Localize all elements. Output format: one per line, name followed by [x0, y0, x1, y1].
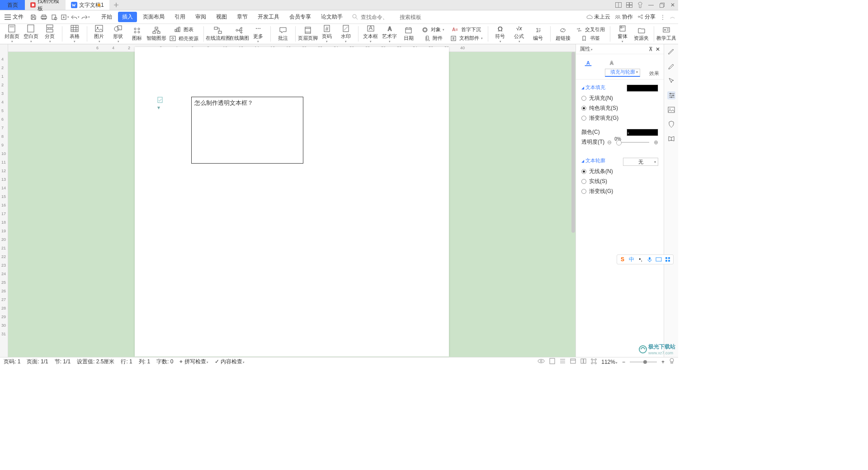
opacity-dec[interactable]: ⊖ — [607, 139, 612, 146]
fill-preview-swatch[interactable] — [627, 85, 658, 92]
ime-lang[interactable]: 中 — [628, 256, 635, 263]
attachment-button[interactable]: 附件 — [420, 34, 445, 42]
color-picker[interactable] — [627, 129, 658, 136]
property-panel-title[interactable]: 属性 — [580, 45, 593, 53]
smartart-button[interactable]: 智能图形 — [148, 26, 165, 42]
pin-icon[interactable]: ⊼ — [649, 46, 653, 52]
wordart-button[interactable]: A艺术字 — [382, 24, 398, 43]
print-preview-button[interactable] — [50, 13, 59, 22]
textbox-button[interactable]: A文本框 — [363, 24, 379, 43]
form-button[interactable]: 窗体 — [614, 24, 631, 43]
fill-solid-option[interactable]: 纯色填充(S) — [581, 104, 658, 112]
page-number-button[interactable]: #页码 — [319, 24, 335, 43]
table-button[interactable]: 表格 — [66, 24, 83, 43]
text-box[interactable]: 怎么制作透明文本框？ — [191, 97, 303, 164]
skin-icon[interactable] — [635, 0, 646, 10]
status-words[interactable]: 字数: 0 — [156, 358, 173, 366]
hyperlink-button[interactable]: 超链接 — [555, 26, 571, 42]
status-setval[interactable]: 设置值: 2.5厘米 — [77, 358, 114, 366]
dropcap-button[interactable]: A≡首字下沉 — [448, 26, 484, 34]
canvas[interactable]: 642246810121416182022242628303234363840 … — [8, 44, 576, 357]
maximize-button[interactable] — [656, 0, 667, 10]
command-search[interactable] — [352, 14, 436, 20]
ime-toolbar[interactable]: S 中 •, — [617, 254, 674, 264]
comment-button[interactable]: 批注 — [275, 26, 291, 42]
minimize-button[interactable]: — — [646, 0, 656, 10]
status-row[interactable]: 行: 1 — [121, 358, 132, 366]
mindmap-button[interactable]: 在线脑图 — [231, 26, 247, 42]
page-break-button[interactable]: 分页 — [42, 24, 58, 43]
outline-select[interactable]: 无 — [623, 158, 658, 166]
prop-tab-fill[interactable]: 填充与轮廓 — [605, 69, 640, 77]
status-page[interactable]: 页面: 1/1 — [27, 358, 48, 366]
more-menu[interactable]: ⋮ — [660, 14, 665, 20]
ribbon-tab-insert[interactable]: 插入 — [118, 12, 137, 22]
print-button[interactable] — [39, 13, 48, 22]
number-button[interactable]: 1.编号 — [530, 26, 546, 42]
zoom-slider[interactable] — [630, 362, 657, 362]
outline-solid-option[interactable]: 实线(S) — [581, 178, 658, 185]
side-book-icon[interactable] — [667, 135, 675, 143]
picture-button[interactable]: 图片 — [91, 24, 107, 43]
crossref-button[interactable]: 交叉引用 — [574, 26, 606, 34]
side-image-icon[interactable] — [667, 106, 675, 114]
ime-keyboard-icon[interactable] — [655, 256, 662, 263]
template-search-input[interactable] — [400, 14, 436, 20]
ime-punct[interactable]: •, — [637, 256, 644, 263]
blank-page-button[interactable]: 空白页 — [23, 24, 39, 43]
text-outline-mode[interactable]: A — [607, 57, 617, 67]
close-panel-icon[interactable]: ✕ — [656, 46, 660, 52]
teaching-button[interactable]: 教学工具 — [658, 26, 675, 42]
zoom-out[interactable]: − — [622, 359, 625, 365]
resource-button[interactable]: 稻壳资源 — [167, 34, 199, 42]
opacity-inc[interactable]: ⊕ — [654, 139, 658, 146]
side-shield-icon[interactable] — [667, 120, 675, 128]
header-footer-button[interactable]: 页眉页脚 — [299, 26, 316, 42]
fit-icon[interactable] — [591, 358, 597, 366]
date-button[interactable]: 日期 — [401, 26, 417, 42]
file-menu[interactable]: 文件 — [3, 13, 25, 21]
watermark-button[interactable]: 水印 — [338, 24, 354, 43]
bookmark-button[interactable]: 书签 — [574, 34, 606, 42]
undo-button[interactable] — [71, 13, 80, 22]
share-button[interactable]: 分享 — [637, 13, 656, 21]
symbol-button[interactable]: Ω符号 — [492, 24, 508, 43]
close-button[interactable]: ✕ — [667, 0, 678, 10]
zoom-in[interactable]: + — [661, 359, 665, 365]
more-button[interactable]: ⋯更多 — [250, 24, 266, 43]
view-page-icon[interactable] — [549, 358, 555, 366]
tab-home[interactable]: 首页 — [0, 0, 25, 10]
zoom-value[interactable]: 112% — [601, 359, 618, 365]
shape-button[interactable]: 形状 — [110, 24, 126, 43]
ribbon-tab-review[interactable]: 审阅 — [191, 12, 210, 22]
outline-gradient-option[interactable]: 渐变线(G) — [581, 188, 658, 195]
side-style-icon[interactable] — [667, 48, 675, 56]
opacity-slider[interactable] — [616, 142, 649, 143]
ribbon-tab-start[interactable]: 开始 — [97, 12, 116, 22]
cover-page-button[interactable]: 封面页 — [4, 24, 20, 43]
ribbon-tab-reference[interactable]: 引用 — [170, 12, 189, 22]
ribbon-tab-dev[interactable]: 开发工具 — [254, 12, 283, 22]
ime-grid-icon[interactable] — [664, 256, 671, 263]
fill-none-option[interactable]: 无填充(N) — [581, 94, 658, 102]
ribbon-tab-member[interactable]: 会员专享 — [285, 12, 315, 22]
scrollbar-thumb[interactable] — [571, 52, 575, 233]
side-select-icon[interactable] — [667, 77, 675, 85]
command-search-input[interactable] — [361, 14, 397, 20]
text-fill-mode[interactable]: A — [583, 57, 593, 67]
ribbon-tab-thesis[interactable]: 论文助手 — [317, 12, 347, 22]
prop-tab-effect[interactable]: 效果 — [649, 69, 659, 79]
doc-parts-button[interactable]: 文档部件 — [448, 34, 484, 42]
status-page-no[interactable]: 页码: 1 — [4, 358, 20, 366]
view-outline-icon[interactable] — [560, 358, 566, 365]
object-button[interactable]: 对象 — [420, 26, 445, 34]
icon-button[interactable]: 图标 — [129, 26, 145, 42]
layout2-icon[interactable] — [624, 0, 635, 10]
status-contentcheck[interactable]: ✓ 内容检查 — [215, 358, 245, 366]
side-pen-icon[interactable] — [667, 62, 675, 70]
ribbon-tab-view[interactable]: 视图 — [212, 12, 231, 22]
eye-icon[interactable] — [538, 358, 545, 365]
view-web-icon[interactable] — [570, 358, 576, 365]
layout1-icon[interactable] — [613, 0, 624, 10]
redo-button[interactable] — [81, 13, 90, 22]
